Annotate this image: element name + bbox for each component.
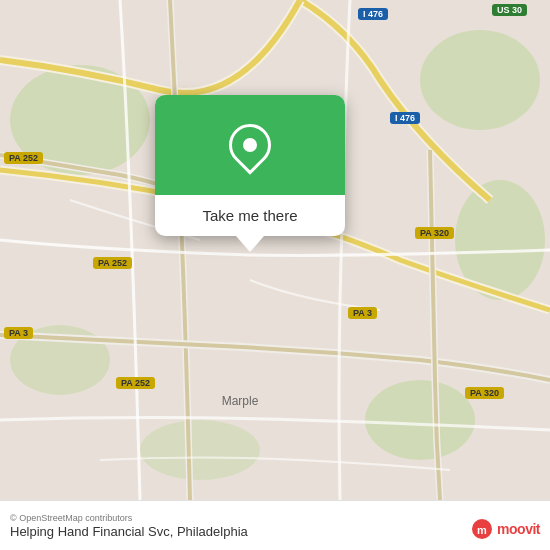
badge-i476-top: I 476	[358, 8, 388, 20]
popup-tail	[236, 236, 264, 252]
location-pin	[229, 124, 271, 166]
badge-pa252-bot: PA 252	[116, 377, 155, 389]
popup-green-area	[155, 95, 345, 195]
badge-pa3-right: PA 3	[348, 307, 377, 319]
badge-pa252-mid: PA 252	[93, 257, 132, 269]
moovit-icon: m	[471, 518, 493, 540]
map-svg: Marple	[0, 0, 550, 500]
moovit-text: moovit	[497, 521, 540, 537]
svg-point-4	[365, 380, 475, 460]
badge-pa320-bot: PA 320	[465, 387, 504, 399]
popup-card: Take me there	[155, 95, 345, 236]
badge-i476-mid: I 476	[390, 112, 420, 124]
svg-point-6	[140, 420, 260, 480]
location-title: Helping Hand Financial Svc, Philadelphia	[10, 524, 248, 539]
bottom-bar: © OpenStreetMap contributors Helping Han…	[0, 500, 550, 550]
openstreetmap-attribution: © OpenStreetMap contributors	[10, 513, 540, 523]
badge-pa252-left: PA 252	[4, 152, 43, 164]
pin-inner	[243, 138, 257, 152]
badge-us30: US 30	[492, 4, 527, 16]
pin-circle	[220, 115, 279, 174]
take-me-there-button[interactable]: Take me there	[186, 195, 313, 236]
map-container: Marple I 476 US 30 I 476 PA 252 PA 252 P…	[0, 0, 550, 500]
svg-text:m: m	[477, 524, 487, 536]
badge-pa3-left: PA 3	[4, 327, 33, 339]
marple-label: Marple	[222, 394, 259, 408]
svg-point-2	[420, 30, 540, 130]
moovit-logo: m moovit	[471, 518, 540, 540]
badge-pa320: PA 320	[415, 227, 454, 239]
